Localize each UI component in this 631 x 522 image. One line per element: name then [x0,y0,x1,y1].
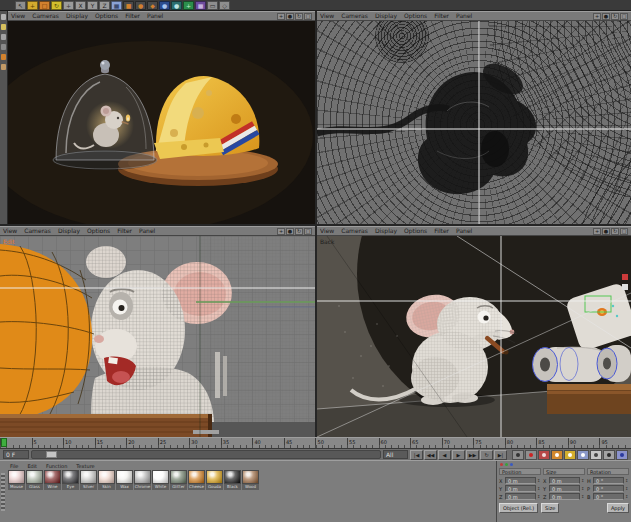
toggle-view-icon[interactable]: □ [304,228,312,235]
record-scale-button[interactable] [564,450,576,460]
viewport-menu-item[interactable]: Filter [434,12,449,20]
position-field[interactable]: 0 m [505,477,536,484]
edit-closeup-canvas[interactable]: Edit [0,236,315,437]
rotate-view-icon[interactable]: ↻ [295,228,303,235]
pan-view-icon[interactable]: + [593,13,601,20]
rotate-tool-icon[interactable]: ↻ [51,1,62,10]
viewport-menu-item[interactable]: View [11,12,25,20]
toggle-view-icon[interactable]: □ [620,228,628,235]
viewport-menu-item[interactable]: Panel [456,12,472,20]
frame-number-field[interactable]: 0 F [3,450,29,459]
palette-icon-5[interactable] [1,54,6,60]
rotate-view-icon[interactable]: ↻ [611,228,619,235]
spinner-icon[interactable]: ↕ [581,494,585,499]
apply-button[interactable]: Apply [607,503,629,513]
material-swatch[interactable]: Glass [26,470,43,490]
spinner-icon[interactable]: ↕ [581,478,585,483]
loop-button[interactable]: ↻ [480,450,493,460]
position-field[interactable]: 0 m [505,493,536,500]
position-field[interactable]: 0 m [505,485,536,492]
record-position-button[interactable] [551,450,563,460]
viewport-menu-item[interactable]: Panel [139,227,155,235]
prev-key-button[interactable]: ◀◀ [424,450,437,460]
viewport-menu-item[interactable]: Filter [125,12,140,20]
select-tool-icon[interactable]: ↖ [15,1,26,10]
character-tools-icon[interactable]: ◇ [219,1,230,10]
coordinates-column-header[interactable]: Position [499,468,541,475]
spinner-icon[interactable]: ↕ [537,494,541,499]
viewport-menu-item[interactable]: Options [87,227,110,235]
current-frame-marker[interactable] [1,438,7,447]
back-view-canvas[interactable]: Back [317,236,631,437]
pan-view-icon[interactable]: + [277,13,285,20]
timeline-slider-handle[interactable] [46,451,57,458]
zoom-view-icon[interactable]: ● [286,228,294,235]
viewport-menu-item[interactable]: Display [66,12,88,20]
material-swatch[interactable]: Skin [98,470,115,490]
pan-view-icon[interactable]: + [277,228,285,235]
viewport-menu-item[interactable]: Filter [434,227,449,235]
render-picture-viewer-button[interactable]: ● [171,1,182,10]
material-swatch[interactable]: Silver [80,470,97,490]
window-layout-icon[interactable]: ▭ [207,1,218,10]
viewport-menu-item[interactable]: Cameras [341,12,368,20]
record-keyframe-button[interactable] [512,450,524,460]
zoom-view-icon[interactable]: ● [286,13,294,20]
material-swatch[interactable]: Cheese [188,470,205,490]
autokey-button[interactable] [525,450,537,460]
material-swatch[interactable]: Eye [62,470,79,490]
top-wireframe-canvas[interactable] [317,21,631,224]
spinner-icon[interactable]: ↕ [625,494,629,499]
viewport-menu-item[interactable]: Panel [147,12,163,20]
rotation-field[interactable]: 0 ° [593,485,624,492]
material-swatch[interactable]: Wine [44,470,61,490]
polygon-mode-icon[interactable]: ◆ [147,1,158,10]
viewport-menu-item[interactable]: Cameras [341,227,368,235]
coordinates-column-header[interactable]: Rotation [587,468,629,475]
render-settings-button[interactable]: + [183,1,194,10]
rotate-view-icon[interactable]: ↻ [611,13,619,20]
toggle-view-icon[interactable]: □ [304,13,312,20]
viewport-divider-vertical[interactable] [315,11,317,437]
spinner-icon[interactable]: ↕ [537,478,541,483]
material-swatch[interactable]: White [152,470,169,490]
viewport-menu-item[interactable]: Filter [117,227,132,235]
size-field[interactable]: 0 m [549,493,580,500]
material-swatch[interactable]: Glitter [170,470,187,490]
viewport-menu-item[interactable]: Options [95,12,118,20]
viewport-menu-item[interactable]: Panel [456,227,472,235]
autokey-off-button[interactable] [538,450,550,460]
range-dropdown[interactable]: All [383,450,408,459]
add-object-menu-icon[interactable]: ▦ [195,1,206,10]
next-key-button[interactable]: ▶▶ [466,450,479,460]
coordinate-system-button[interactable]: ▦ [111,1,122,10]
timeline-ruler[interactable]: 05101520253035404550556065707580859095 [0,437,631,448]
point-mode-icon[interactable]: ● [135,1,146,10]
rotation-field[interactable]: 0 ° [593,493,624,500]
lock-y-axis-button[interactable]: Y [87,1,98,10]
material-swatch[interactable]: Gouda [206,470,223,490]
material-menu-item[interactable]: Texture [76,463,94,469]
rotation-field[interactable]: 0 ° [593,477,624,484]
spinner-icon[interactable]: ↕ [581,486,585,491]
palette-icon-3[interactable] [1,34,6,40]
record-parameter-button[interactable] [590,450,602,460]
material-swatch[interactable]: Wax [116,470,133,490]
viewport-menu-item[interactable]: View [3,227,17,235]
last-tool-icon[interactable]: + [63,1,74,10]
viewport-menu-item[interactable]: Cameras [32,12,59,20]
palette-icon-4[interactable] [1,44,6,50]
keyframe-selection-button[interactable] [616,450,628,460]
record-rotation-button[interactable] [577,450,589,460]
make-editable-icon[interactable]: ■ [123,1,134,10]
size-field[interactable]: 0 m [549,477,580,484]
lock-x-axis-button[interactable]: X [75,1,86,10]
viewport-menu-item[interactable]: Cameras [24,227,51,235]
render-view-button[interactable]: ● [159,1,170,10]
spinner-icon[interactable]: ↕ [625,478,629,483]
lock-z-axis-button[interactable]: Z [99,1,110,10]
viewport-menu-item[interactable]: View [320,227,334,235]
material-swatch[interactable]: Chrome [134,470,151,490]
material-swatch[interactable]: Wood [242,470,259,490]
material-menu-item[interactable]: File [10,463,18,469]
